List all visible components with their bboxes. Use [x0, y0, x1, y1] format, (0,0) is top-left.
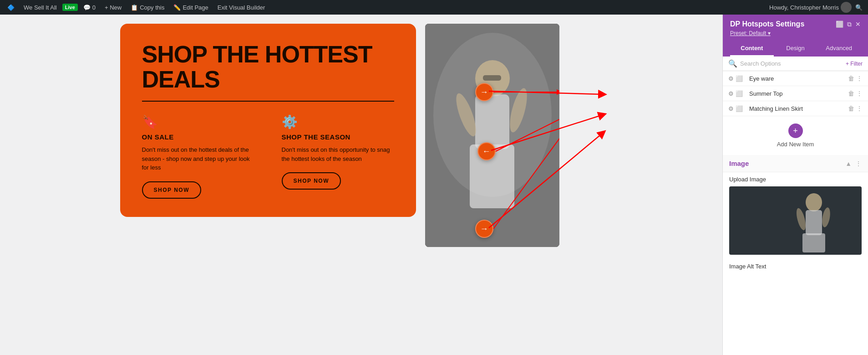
two-col: 🔖 ON SALE Don't miss out on the hottest … — [142, 114, 394, 199]
copy-icon-2[interactable]: ⬜ — [736, 90, 743, 97]
image-section-title: Image — [729, 159, 749, 167]
hotspot-btn-3[interactable]: → — [475, 220, 493, 238]
divider — [142, 101, 394, 102]
panel-title: DP Hotspots Settings — [730, 20, 804, 28]
avatar — [841, 2, 852, 13]
search-bar-row: 🔍 + Filter — [723, 57, 868, 71]
main-layout: SHOP THE HOTTEST DEALS 🔖 ON SALE Don't m… — [0, 15, 868, 355]
settings-icon-1[interactable]: ⚙ — [728, 75, 734, 82]
image-alt-text-label: Image Alt Text — [723, 259, 868, 273]
bookmark-icon: 🔖 — [142, 114, 254, 129]
panel-body: 🔍 + Filter ⚙ ⬜ Eye ware 🗑 ⋮ ⚙ ⬜ — [723, 57, 868, 355]
site-name-label: We Sell It All — [24, 4, 57, 11]
delete-icon-3[interactable]: 🗑 — [848, 105, 854, 112]
preset-label: Preset: Default ▾ — [730, 30, 771, 36]
admin-bar-right: Howdy, Christopher Morris 🔍 — [769, 2, 864, 13]
image-upload-preview[interactable] — [729, 186, 862, 255]
hotspot-item-3: ⚙ ⬜ Matching Linen Skirt 🗑 ⋮ — [723, 101, 868, 116]
canvas-row: SHOP THE HOTTEST DEALS 🔖 ON SALE Don't m… — [120, 24, 603, 247]
admin-bar: 🔷 We Sell It All Live 💬 0 + New 📋 Copy t… — [0, 0, 868, 15]
settings-icon-3[interactable]: ⚙ — [728, 105, 734, 112]
hotspot-image-section: → ← → — [425, 24, 559, 247]
delete-icon-2[interactable]: 🗑 — [848, 90, 854, 97]
item3-icons: ⚙ ⬜ — [728, 105, 743, 112]
new-button[interactable]: + New — [101, 0, 125, 15]
svg-rect-17 — [802, 233, 825, 252]
copy-icon: 📋 — [131, 4, 138, 11]
exit-builder-button[interactable]: Exit Visual Builder — [214, 0, 269, 15]
image-section-icons: ▲ ⋮ — [845, 160, 862, 167]
col2-shop-btn[interactable]: SHOP NOW — [282, 172, 341, 190]
item2-name: Summer Top — [746, 90, 845, 97]
item3-name: Matching Linen Skirt — [746, 105, 845, 112]
hotspot-item-1: ⚙ ⬜ Eye ware 🗑 ⋮ — [723, 71, 868, 86]
add-new-label: Add New Item — [777, 141, 814, 148]
comment-icon: 💬 — [83, 4, 91, 11]
col1-shop-btn[interactable]: SHOP NOW — [142, 181, 201, 199]
hotspot-item-2: ⚙ ⬜ Summer Top 🗑 ⋮ — [723, 86, 868, 101]
resize-icon[interactable]: ⬜ — [836, 21, 843, 28]
search-input[interactable] — [740, 60, 846, 67]
item1-actions: 🗑 ⋮ — [848, 75, 863, 82]
panel-title-row: DP Hotspots Settings ⬜ ⧉ ✕ — [730, 20, 861, 28]
right-panel: DP Hotspots Settings ⬜ ⧉ ✕ Preset: Defau… — [722, 15, 868, 355]
close-icon[interactable]: ✕ — [855, 21, 861, 28]
svg-rect-16 — [806, 210, 822, 235]
more-icon-2[interactable]: ⋮ — [856, 90, 863, 97]
svg-rect-14 — [746, 186, 846, 255]
season-icon: ⚙️ — [282, 114, 394, 129]
filter-button[interactable]: + Filter — [846, 61, 863, 67]
col1-heading: ON SALE — [142, 133, 254, 141]
canvas-area: SHOP THE HOTTEST DEALS 🔖 ON SALE Don't m… — [0, 15, 722, 355]
tab-design[interactable]: Design — [774, 41, 817, 57]
shop-col-1: 🔖 ON SALE Don't miss out on the hottest … — [142, 114, 254, 199]
add-new-plus-icon: + — [788, 123, 803, 138]
live-badge: Live — [62, 4, 78, 11]
shop-card: SHOP THE HOTTEST DEALS 🔖 ON SALE Don't m… — [120, 24, 416, 217]
woman-svg — [425, 24, 559, 247]
svg-point-15 — [806, 193, 822, 211]
panel-title-icons: ⬜ ⧉ ✕ — [836, 21, 861, 28]
search-icon-panel: 🔍 — [728, 59, 737, 68]
copy-this-button[interactable]: 📋 Copy this — [127, 0, 168, 15]
svg-rect-3 — [475, 94, 509, 149]
shop-col-2: ⚙️ SHOP THE SEASON Don't miss out on thi… — [282, 114, 394, 199]
settings-icon-2[interactable]: ⚙ — [728, 90, 734, 97]
item1-icons: ⚙ ⬜ — [728, 75, 743, 82]
wp-logo[interactable]: 🔷 — [4, 0, 18, 15]
howdy-text: Howdy, Christopher Morris — [769, 4, 839, 11]
copy-icon-1[interactable]: ⬜ — [736, 75, 743, 82]
panel-header: DP Hotspots Settings ⬜ ⧉ ✕ Preset: Defau… — [723, 15, 868, 57]
tab-content[interactable]: Content — [730, 41, 774, 57]
col2-body: Don't miss out on this opportunity to sn… — [282, 145, 394, 163]
more-icon-3[interactable]: ⋮ — [856, 105, 863, 112]
image-section-header: Image ▲ ⋮ — [723, 155, 868, 172]
shop-card-title: SHOP THE HOTTEST DEALS — [142, 42, 394, 92]
more-icon-1[interactable]: ⋮ — [856, 75, 863, 82]
edit-icon: ✏️ — [173, 4, 181, 11]
item2-actions: 🗑 ⋮ — [848, 90, 863, 97]
item3-actions: 🗑 ⋮ — [848, 105, 863, 112]
panel-tabs: Content Design Advanced — [730, 41, 861, 57]
add-new-item[interactable]: + Add New Item — [723, 116, 868, 155]
col2-heading: SHOP THE SEASON — [282, 133, 394, 141]
edit-page-button[interactable]: ✏️ Edit Page — [170, 0, 212, 15]
more-options-icon[interactable]: ⋮ — [855, 160, 862, 167]
hotspot-btn-2[interactable]: ← — [477, 142, 496, 160]
tab-advanced[interactable]: Advanced — [817, 41, 861, 57]
upload-image-label: Upload Image — [723, 172, 868, 186]
hotspot-btn-1[interactable]: → — [475, 83, 493, 101]
search-icon[interactable]: 🔍 — [853, 2, 864, 13]
wp-icon: 🔷 — [7, 4, 15, 11]
col1-body: Don't miss out on the hottest deals of t… — [142, 145, 254, 172]
delete-icon-1[interactable]: 🗑 — [848, 75, 854, 82]
item1-name: Eye ware — [746, 75, 845, 82]
site-name[interactable]: We Sell It All — [20, 0, 61, 15]
svg-rect-7 — [483, 75, 501, 81]
comment-count[interactable]: 💬 0 — [80, 0, 99, 15]
columns-icon[interactable]: ⧉ — [847, 21, 852, 28]
preset-row[interactable]: Preset: Default ▾ — [730, 30, 861, 36]
collapse-icon[interactable]: ▲ — [845, 160, 852, 167]
preview-svg — [746, 186, 846, 255]
copy-icon-3[interactable]: ⬜ — [736, 105, 743, 112]
